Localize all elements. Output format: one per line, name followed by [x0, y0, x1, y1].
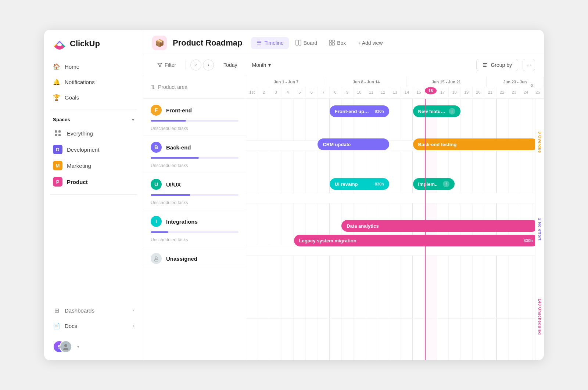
row-header-uiux[interactable]: U UI/UX [143, 173, 246, 193]
side-label-overdue[interactable]: 3 Overdue [535, 99, 544, 186]
docs-label: Docs [65, 323, 77, 329]
development-dot: D [53, 145, 62, 154]
month-button[interactable]: Month ▾ [247, 59, 276, 71]
sidebar-item-development[interactable]: D Development [49, 141, 139, 158]
row-header-unassigned[interactable]: Unassigned [143, 247, 246, 267]
add-view-label: + Add view [358, 40, 383, 46]
column-header: ⇅ Product area [143, 75, 246, 99]
svg-point-5 [63, 348, 68, 350]
day-15: 15 [413, 87, 425, 97]
dashboards-chevron-icon: › [133, 308, 134, 313]
svg-rect-17 [483, 66, 487, 67]
nav-item-notifications[interactable]: 🔔 Notifications [49, 75, 139, 89]
collapse-panel-button[interactable]: « [530, 82, 534, 89]
svg-rect-0 [55, 130, 57, 133]
month-dropdown-icon: ▾ [268, 62, 271, 68]
gantt-bar-label: Legacy system migration [299, 238, 521, 243]
gantt-bar-backend-testing[interactable]: Back-end testing [413, 138, 538, 150]
progress-fill-integrations [151, 231, 168, 233]
side-label-noeffort[interactable]: 2 No effort [535, 186, 544, 273]
gantt-bar-label: Implem.. [418, 181, 441, 187]
row-group-frontend: F Front-end Unscheduled tasks [143, 99, 246, 136]
product-dot: P [53, 177, 62, 187]
gantt-bar-label: Data analytics [347, 223, 533, 229]
group-by-button[interactable]: Group by [476, 59, 518, 71]
avatar-integrations: I [151, 216, 162, 227]
sort-icon: ⇅ [151, 84, 155, 90]
svg-rect-1 [58, 130, 61, 133]
warn-icon: ! [443, 181, 449, 187]
grid-row-integrations [246, 256, 544, 318]
sidebar-item-marketing[interactable]: M Marketing [49, 158, 139, 174]
spaces-header: Spaces ▾ [44, 114, 143, 125]
label-uiux: UI/UX [166, 181, 181, 188]
day-labels-row: 1st 2 3 4 5 6 7 8 9 10 11 12 13 14 [246, 87, 544, 97]
sidebar-item-dashboards[interactable]: ⊞ Dashboards › [49, 303, 139, 318]
nav-item-home[interactable]: 🏠 Home [49, 59, 139, 74]
gantt-bar-label: New feature.. [418, 109, 447, 114]
label-unassigned: Unassigned [166, 256, 197, 262]
add-view-button[interactable]: + Add view [352, 37, 388, 48]
app-container: ClickUp 🏠 Home 🔔 Notifications 🏆 Goals S… [44, 30, 544, 360]
main-nav: 🏠 Home 🔔 Notifications 🏆 Goals [44, 59, 143, 105]
sidebar-item-everything[interactable]: Everything [49, 125, 139, 141]
progress-fill-uiux [151, 194, 190, 196]
gantt-bar-implement[interactable]: Implem.. ! [413, 178, 455, 190]
row-header-backend[interactable]: B Back-end [143, 136, 246, 156]
svg-rect-12 [332, 40, 334, 42]
gantt-bar-frontend-upgrade[interactable]: Front-end upgrade 830h [330, 105, 389, 117]
avatar-unassigned [151, 253, 162, 264]
overdue-label: 3 Overdue [538, 131, 542, 153]
filter-icon [157, 62, 162, 68]
gantt-bar-ui-revamp[interactable]: UI revamp 830h [330, 178, 389, 190]
next-arrow-button[interactable]: › [203, 59, 214, 71]
sidebar-divider [50, 109, 137, 109]
user-menu-caret-icon[interactable]: ▾ [77, 344, 79, 349]
toolbar-divider [186, 61, 186, 69]
clickup-logo-icon [53, 37, 66, 50]
row-header-frontend[interactable]: F Front-end [143, 99, 246, 119]
prev-arrow-button[interactable]: ‹ [190, 59, 201, 71]
day-4: 4 [282, 87, 294, 97]
tab-box[interactable]: Box [324, 37, 351, 49]
day-10: 10 [354, 87, 365, 97]
sidebar-item-docs[interactable]: 📄 Docs › [49, 318, 139, 333]
unscheduled-integrations: Unscheduled tasks [143, 236, 246, 247]
warn-icon: ! [449, 108, 455, 115]
gantt-bar-data-analytics[interactable]: Data analytics [341, 220, 538, 232]
week-label-2: Jun 8 - Jun 14 [326, 77, 406, 87]
today-button[interactable]: Today [218, 59, 242, 71]
more-options-button[interactable]: ··· [523, 59, 535, 71]
everything-icon [53, 129, 62, 138]
gantt-bar-legacy-migration[interactable]: Legacy system migration 830h [294, 235, 538, 246]
unscheduled-backend: Unscheduled tasks [143, 162, 246, 173]
gantt-bar-crm-update[interactable]: CRM update [318, 138, 389, 150]
side-label-unscheduled[interactable]: 140 Unscheduled [535, 273, 544, 360]
progress-fill-frontend [151, 120, 186, 122]
day-19: 19 [460, 87, 472, 97]
docs-chevron-icon: › [133, 323, 134, 328]
home-icon: 🏠 [53, 63, 60, 70]
svg-rect-16 [483, 65, 486, 65]
tab-board[interactable]: Board [290, 37, 322, 49]
day-20: 20 [473, 87, 484, 97]
view-tabs: Timeline Board Box + Add view [251, 37, 388, 49]
avatar-stack: S [53, 340, 69, 353]
avatar-user-2[interactable] [60, 340, 72, 353]
sidebar-item-product[interactable]: P Product [49, 174, 139, 190]
docs-icon: 📄 [53, 322, 60, 329]
tab-timeline[interactable]: Timeline [251, 37, 288, 49]
trophy-icon: 🏆 [53, 94, 60, 101]
row-header-integrations[interactable]: I Integrations [143, 210, 246, 230]
timeline-area: ⇅ Product area F Front-end Unscheduled t… [143, 75, 544, 360]
everything-label: Everything [67, 130, 93, 137]
box-icon [329, 40, 335, 47]
nav-item-goals[interactable]: 🏆 Goals [49, 90, 139, 105]
spaces-collapse-icon[interactable]: ▾ [132, 117, 134, 122]
filter-label: Filter [165, 62, 176, 68]
progress-fill-backend [151, 157, 199, 159]
avatar-backend: B [151, 142, 162, 153]
week-labels-row: Jun 1 - Jun 7 Jun 8 - Jun 14 Jun 15 - Ju… [246, 77, 544, 87]
gantt-bar-new-feature[interactable]: New feature.. ! [413, 105, 461, 117]
filter-button[interactable]: Filter [152, 59, 181, 71]
